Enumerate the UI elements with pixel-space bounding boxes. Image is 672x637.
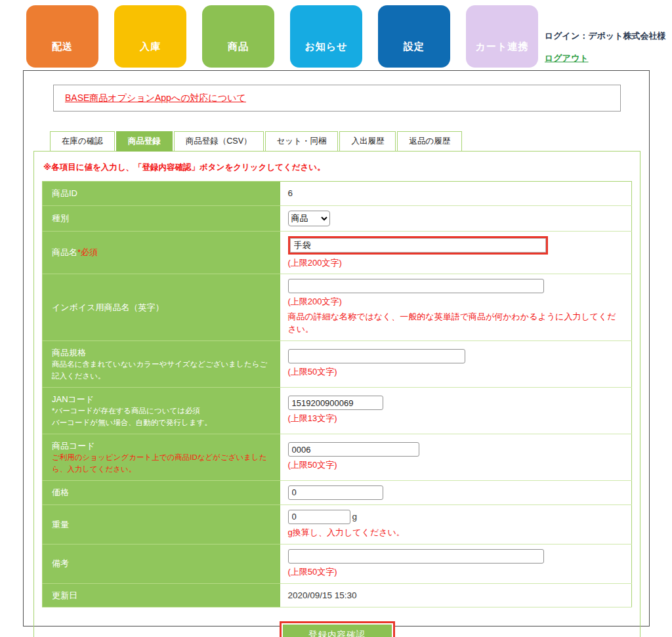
table-row: 商品コード ご利用のショッピングカート上での商品IDなどがございましたら、入力し… — [43, 434, 632, 480]
nav-tile-delivery[interactable]: 配送 — [26, 5, 98, 68]
required-mark: *必須 — [77, 247, 98, 257]
tab-product-register-csv[interactable]: 商品登録（CSV） — [174, 131, 264, 152]
table-row: 価格 — [43, 480, 632, 504]
product-id-value: 6 — [280, 182, 632, 206]
logout-link[interactable]: ログアウト — [545, 52, 589, 64]
login-box: ログイン：デポット株式会社様 ログアウト — [545, 30, 665, 64]
table-row: 商品名*必須 (上限200文字) — [43, 231, 632, 274]
tab-stock-check[interactable]: 在庫の確認 — [50, 131, 115, 152]
type-label: 種別 — [43, 205, 280, 231]
jan-code-input[interactable] — [288, 396, 383, 410]
notice-link[interactable]: BASE商品オプションAppへの対応について — [65, 92, 246, 104]
product-code-hint: (上限50文字) — [288, 459, 624, 472]
tab-bar: 在庫の確認 商品登録 商品登録（CSV） セット・同梱 入出履歴 返品の履歴 — [50, 131, 649, 152]
table-row: JANコード *バーコードが存在する商品については必須 バーコードが無い場合、自… — [43, 387, 632, 434]
product-spec-hint: (上限50文字) — [288, 366, 624, 379]
nav-tile-inbound[interactable]: 入庫 — [114, 5, 186, 68]
product-id-label: 商品ID — [43, 182, 280, 206]
product-spec-input[interactable] — [288, 349, 465, 363]
invoice-name-hint: (上限200文字) — [288, 296, 624, 308]
remarks-input[interactable] — [288, 549, 544, 564]
jan-code-label: JANコード *バーコードが存在する商品については必須 バーコードが無い場合、自… — [43, 387, 280, 434]
nav-tile-news[interactable]: お知らせ — [290, 5, 362, 68]
highlight-frame — [288, 236, 548, 255]
weight-label: 重量 — [43, 504, 280, 544]
table-row: 備考 (上限50文字) — [43, 544, 632, 583]
product-spec-note: 商品名に含まれていないカラーやサイズなどございましたらご記入ください。 — [52, 359, 271, 382]
tab-return-history[interactable]: 返品の履歴 — [397, 131, 462, 152]
table-row: 重量 g g換算し、入力してください。 — [43, 504, 632, 544]
updated-value: 2020/09/15 15:30 — [280, 583, 632, 607]
nav-tiles: 配送 入庫 商品 お知らせ 設定 カート連携 — [26, 5, 538, 68]
jan-code-hint: (上限13文字) — [288, 413, 624, 425]
invoice-name-input[interactable] — [288, 279, 544, 293]
product-name-input[interactable] — [290, 238, 546, 253]
price-label: 価格 — [43, 480, 280, 504]
invoice-name-label: インボイス用商品名（英字） — [43, 274, 280, 341]
table-row: インボイス用商品名（英字） (上限200文字) 商品の詳細な名称ではなく、一般的… — [43, 274, 632, 341]
product-code-input[interactable] — [288, 442, 419, 457]
form-instruction: ※各項目に値を入力し、「登録内容確認」ボタンをクリックしてください。 — [43, 162, 632, 173]
weight-hint: g換算し、入力してください。 — [288, 527, 624, 539]
invoice-name-hint2: 商品の詳細な名称ではなく、一般的な英単語で商品が何かわかるように入力してください… — [288, 311, 624, 336]
confirm-registration-button[interactable]: 登録内容確認 — [280, 621, 395, 637]
nav-tile-products[interactable]: 商品 — [202, 5, 274, 68]
login-user-label: ログイン：デポット株式会社様 — [545, 30, 665, 42]
product-code-note: ご利用のショッピングカート上での商品IDなどがございましたら、入力してください。 — [52, 452, 271, 475]
nav-tile-cart-link[interactable]: カート連携 — [466, 5, 538, 68]
updated-label: 更新日 — [43, 583, 280, 607]
main-frame: BASE商品オプションAppへの対応について 在庫の確認 商品登録 商品登録（C… — [23, 70, 650, 627]
product-name-label: 商品名*必須 — [43, 231, 280, 274]
table-row: 更新日 2020/09/15 15:30 — [43, 583, 632, 607]
table-row: 商品ID 6 — [43, 182, 632, 206]
form-panel: ※各項目に値を入力し、「登録内容確認」ボタンをクリックしてください。 商品ID … — [33, 151, 640, 637]
weight-input[interactable] — [288, 510, 350, 524]
product-form-table: 商品ID 6 種別 商品 商品名*必須 — [42, 181, 632, 607]
tab-set-bundle[interactable]: セット・同梱 — [265, 131, 339, 152]
table-row: 種別 商品 — [43, 205, 632, 231]
type-select[interactable]: 商品 — [288, 211, 330, 226]
price-input[interactable] — [288, 485, 383, 500]
notice-box: BASE商品オプションAppへの対応について — [53, 85, 621, 112]
product-name-hint: (上限200文字) — [288, 257, 624, 270]
nav-tile-settings[interactable]: 設定 — [378, 5, 450, 68]
tab-product-register[interactable]: 商品登録 — [116, 131, 173, 152]
weight-unit: g — [352, 512, 358, 522]
jan-code-note2: バーコードが無い場合、自動的で発行します。 — [52, 417, 271, 428]
remarks-hint: (上限50文字) — [288, 566, 624, 579]
remarks-label: 備考 — [43, 544, 280, 583]
product-code-label: 商品コード ご利用のショッピングカート上での商品IDなどがございましたら、入力し… — [43, 434, 280, 480]
tab-inout-history[interactable]: 入出履歴 — [339, 131, 396, 152]
product-spec-label: 商品規格 商品名に含まれていないカラーやサイズなどございましたらご記入ください。 — [43, 340, 280, 387]
top-bar: 配送 入庫 商品 お知らせ 設定 カート連携 ログイン：デポット株式会社様 ログ… — [0, 0, 672, 70]
jan-code-note1: *バーコードが存在する商品については必須 — [52, 405, 271, 417]
table-row: 商品規格 商品名に含まれていないカラーやサイズなどございましたらご記入ください。… — [43, 340, 632, 387]
